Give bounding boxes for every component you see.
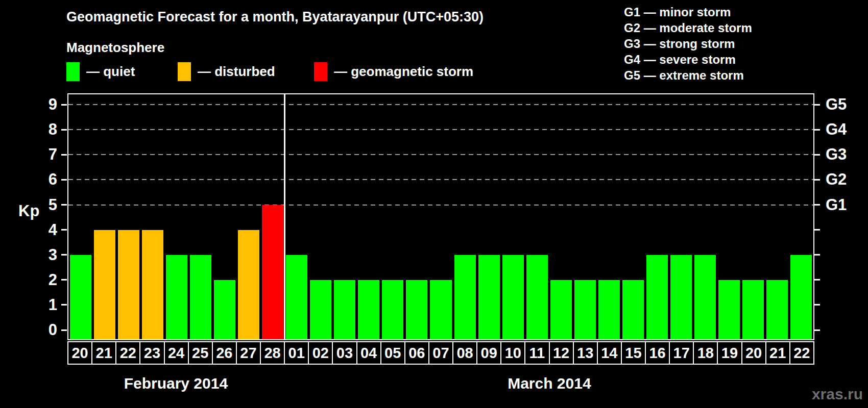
day-slot — [212, 94, 236, 339]
day-slot — [309, 94, 333, 339]
day-slot — [381, 94, 405, 339]
day-slot — [236, 94, 260, 339]
date-cell: 25 — [188, 341, 213, 365]
right-tick-kp2 — [814, 279, 820, 280]
day-slot — [693, 94, 717, 339]
g-scale-legend: G1 — minor stormG2 — moderate stormG3 — … — [624, 4, 752, 83]
bar-27 — [238, 230, 259, 339]
day-slot — [645, 94, 669, 339]
right-tick-kp6 — [814, 179, 820, 181]
day-slot — [285, 94, 309, 339]
y-tick-label-1: 1 — [33, 294, 57, 316]
date-cell: 17 — [669, 341, 694, 365]
bar-19 — [718, 280, 740, 339]
date-cell: 15 — [621, 341, 646, 365]
left-tick-kp7 — [61, 154, 67, 156]
date-cell: 09 — [476, 341, 501, 365]
plot-inner — [68, 94, 813, 339]
legend-swatch-quiet — [66, 62, 80, 81]
bar-25 — [190, 255, 211, 339]
bar-12 — [550, 280, 572, 339]
y-tick-label-8: 8 — [33, 119, 57, 140]
y-tick-label-6: 6 — [33, 169, 57, 190]
left-tick-kp8 — [61, 129, 67, 131]
legend-item-storm: — geomagnetic storm — [314, 61, 473, 82]
day-slot — [116, 94, 140, 339]
date-cell: 28 — [260, 341, 285, 365]
legend-item-disturbed: — disturbed — [178, 61, 275, 82]
right-tick-kp5 — [814, 204, 820, 206]
legend-label: — quiet — [86, 64, 135, 80]
month-label-february: February 2014 — [67, 375, 284, 392]
day-slot — [429, 94, 453, 339]
month-label-march: March 2014 — [284, 375, 814, 392]
bar-21 — [94, 230, 115, 339]
plot-area — [67, 93, 814, 340]
right-axis-label-G5: G5 — [826, 94, 847, 115]
date-cell: 06 — [404, 341, 429, 365]
bar-26 — [214, 280, 235, 339]
bar-14 — [598, 280, 620, 339]
date-cell: 22 — [115, 341, 140, 365]
left-tick-kp9 — [61, 104, 67, 106]
date-cell: 23 — [139, 341, 164, 365]
date-cell: 20 — [741, 341, 766, 365]
date-cell: 24 — [164, 341, 189, 365]
day-slot — [453, 94, 477, 339]
right-tick-kp0 — [814, 329, 820, 331]
day-slot — [573, 94, 597, 339]
date-cell: 12 — [549, 341, 574, 365]
date-cell: 18 — [693, 341, 718, 365]
day-slot — [549, 94, 573, 339]
left-tick-kp1 — [61, 304, 67, 305]
legend-item-quiet: — quiet — [66, 61, 135, 82]
right-tick-kp9 — [814, 104, 820, 106]
day-slot — [140, 94, 164, 339]
day-slot — [789, 94, 813, 339]
date-cell: 05 — [380, 341, 405, 365]
right-tick-kp3 — [814, 254, 820, 256]
bar-20 — [742, 280, 764, 339]
date-cell: 26 — [212, 341, 237, 365]
g-legend-line: G5 — extreme storm — [624, 67, 752, 83]
bar-15 — [622, 280, 644, 339]
date-cell: 02 — [308, 341, 333, 365]
legend-swatch-disturbed — [178, 62, 191, 81]
date-cell: 27 — [236, 341, 261, 365]
bar-04 — [358, 280, 379, 339]
bar-22 — [118, 230, 139, 339]
y-tick-label-3: 3 — [33, 244, 57, 266]
bar-08 — [454, 255, 476, 339]
y-tick-label-5: 5 — [33, 194, 57, 216]
legend-label: — geomagnetic storm — [334, 64, 473, 80]
day-slot — [333, 94, 357, 339]
day-slot — [669, 94, 693, 339]
date-cell: 08 — [452, 341, 477, 365]
date-cell: 14 — [597, 341, 622, 365]
date-cell: 01 — [284, 341, 309, 365]
bar-01 — [286, 255, 307, 339]
bars — [68, 94, 813, 339]
bar-23 — [142, 230, 163, 339]
bar-17 — [670, 255, 692, 339]
date-cell: 04 — [356, 341, 381, 365]
y-tick-label-4: 4 — [33, 219, 57, 241]
day-slot — [357, 94, 381, 339]
bar-18 — [694, 255, 716, 339]
day-slot — [92, 94, 116, 339]
legend-swatch-storm — [314, 62, 327, 81]
day-slot — [68, 94, 92, 339]
bar-11 — [526, 255, 548, 339]
bar-21 — [766, 280, 788, 339]
bar-28 — [262, 205, 283, 340]
day-slot — [477, 94, 501, 339]
right-axis-label-G4: G4 — [826, 119, 847, 140]
geomagnetic-forecast-chart: Geomagnetic Forecast for a month, Byatar… — [0, 0, 868, 408]
date-cell: 22 — [789, 341, 814, 365]
day-slot — [164, 94, 188, 339]
date-cell: 16 — [645, 341, 670, 365]
date-cell: 20 — [67, 341, 92, 365]
date-axis: 2021222324252627280102030405060708091011… — [67, 341, 814, 365]
bar-24 — [166, 255, 187, 339]
day-slot — [597, 94, 621, 339]
